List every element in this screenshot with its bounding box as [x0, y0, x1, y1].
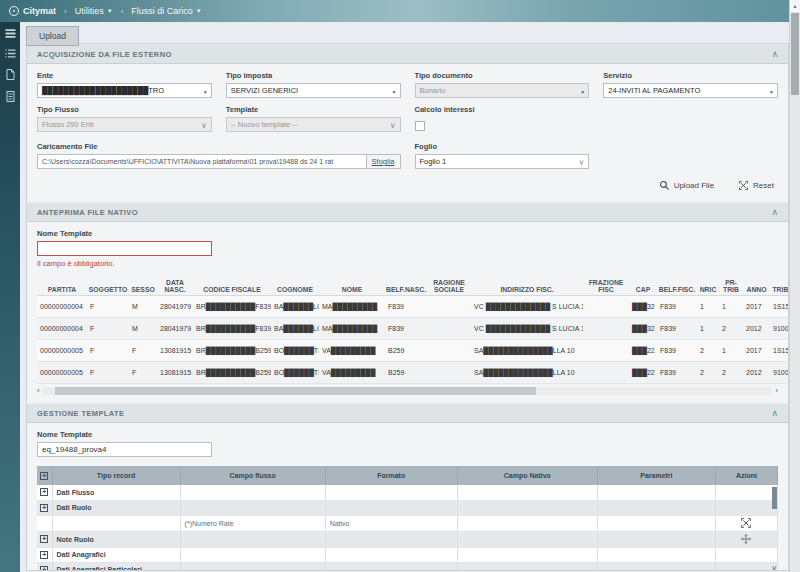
gestione-vscroll-thumb[interactable]	[772, 487, 777, 509]
scroll-down-icon[interactable]: ∨	[771, 564, 777, 572]
tab-bar: Upload	[20, 22, 789, 43]
scroll-left-icon[interactable]: ‹	[37, 387, 40, 395]
table-cell	[427, 340, 471, 362]
table-row[interactable]: 00000000004FM28041979BR██████████F839WBA…	[37, 296, 789, 318]
collapse-chevron-icon[interactable]: ∧	[771, 409, 778, 418]
tipo-imposta-label: Tipo imposta	[226, 71, 401, 80]
tipo-flusso-select[interactable]: Flusso 290 Enti	[37, 117, 212, 132]
empty-cell	[180, 485, 325, 500]
section-header-acquisizione[interactable]: ACQUISIZIONE DA FILE ESTERNO ∧	[27, 44, 788, 64]
empty-cell	[457, 547, 597, 562]
servizio-select[interactable]: 24-INVITI AL PAGAMENTO	[603, 83, 778, 98]
tipo-flusso-value: Flusso 290 Enti	[42, 120, 94, 129]
empty-cell	[715, 500, 777, 515]
caricamento-file-label: Caricamento File	[37, 142, 401, 151]
table-cell: 1	[697, 318, 719, 340]
hscroll-thumb[interactable]	[55, 387, 537, 395]
table-cell: 2	[697, 340, 719, 362]
table-cell: 1S15	[770, 340, 789, 362]
section-title: GESTIONE TEMPLATE	[37, 409, 125, 418]
table-cell: 1S15	[770, 296, 789, 318]
table-cell: SA██████████████LLA 10	[471, 340, 583, 362]
scroll-up-icon[interactable]: ▲	[790, 0, 800, 12]
table-cell: B259	[385, 362, 427, 384]
table-cell	[427, 296, 471, 318]
window-scrollbar-thumb[interactable]	[791, 13, 799, 95]
caricamento-file-input[interactable]: C:\Users\cozza\Documents\UFFICIO\ATTIVIT…	[37, 154, 401, 169]
page-icon[interactable]	[6, 69, 15, 80]
table-cell: VC █████████████ S LUCIA 16	[471, 296, 583, 318]
empty-cell	[325, 531, 457, 547]
expand-all-plus-icon[interactable]	[40, 472, 48, 480]
gestione-table: Tipo record Campo flusso Formato Campo N…	[37, 466, 778, 571]
table-cell: BR██████████B259C	[193, 362, 271, 384]
nome-template-input[interactable]	[37, 241, 212, 256]
table-cell: F	[129, 340, 157, 362]
table-cell: 00000000005	[37, 362, 87, 384]
calcolo-interessi-checkbox[interactable]	[415, 121, 425, 131]
table-cell: BR██████████B259C	[193, 340, 271, 362]
tab-upload[interactable]: Upload	[26, 26, 79, 46]
group-label: Note Ruolo	[52, 531, 180, 547]
empty-cell	[715, 485, 777, 500]
ente-select[interactable]: ████████████████████TRO	[37, 83, 212, 98]
empty-cell	[325, 500, 457, 515]
foglio-select[interactable]: Foglio 1	[415, 154, 590, 169]
collapse-chevron-icon[interactable]: ∧	[771, 50, 778, 59]
menu-icon[interactable]	[5, 29, 16, 38]
empty-cell	[597, 531, 715, 547]
table-row[interactable]: 00000000005FF13081915BR██████████B259CBO…	[37, 362, 789, 384]
tipo-flusso-label: Tipo Flusso	[37, 105, 212, 114]
sfoglia-button[interactable]: Sfoglia	[366, 155, 400, 168]
empty-cell	[597, 515, 715, 531]
table-cell: F839	[657, 318, 697, 340]
horizontal-scrollbar[interactable]: ‹ ›	[37, 387, 778, 395]
collapse-chevron-icon[interactable]: ∧	[771, 208, 778, 217]
col-azioni: Azioni	[715, 466, 777, 485]
document-icon[interactable]	[6, 91, 15, 102]
group-row-dati-anagrafici[interactable]: Dati Anagrafici	[37, 547, 778, 562]
expand-plus-icon[interactable]	[40, 488, 48, 496]
group-row-dati-flusso[interactable]: Dati Flusso	[37, 485, 778, 500]
col-tipo-record: Tipo record	[52, 466, 180, 485]
group-row-dati-ruolo[interactable]: Dati Ruolo	[37, 500, 778, 515]
expand-plus-icon[interactable]	[40, 566, 48, 572]
column-header: NOME	[319, 277, 385, 296]
reset-x-icon	[738, 180, 749, 191]
tipo-documento-select[interactable]: Bonario	[415, 83, 590, 98]
table-cell: F	[87, 362, 129, 384]
field-tipo-documento: Tipo documento Bonario	[415, 71, 590, 98]
table-row[interactable]: 00000000005FF13081915BR██████████B259CBO…	[37, 340, 789, 362]
section-header-anteprima[interactable]: ANTEPRIMA FILE NATIVO ∧	[27, 202, 788, 222]
tipo-imposta-select[interactable]: SERVIZI GENERICI	[226, 83, 401, 98]
scroll-right-icon[interactable]: ›	[775, 387, 778, 395]
table-cell: 28041979	[157, 296, 193, 318]
group-row-note-ruolo[interactable]: Note Ruolo	[37, 531, 778, 547]
ente-label: Ente	[37, 71, 212, 80]
brand[interactable]: Citymat	[9, 6, 56, 16]
expand-plus-icon[interactable]	[40, 551, 48, 559]
reset-label: Reset	[753, 181, 774, 190]
template-select[interactable]: -- Nuovo template --	[226, 117, 401, 132]
list-icon[interactable]	[5, 49, 16, 58]
group-label: Dati Anagrafici	[52, 547, 180, 562]
field-row-numero-rate[interactable]: (*)Numero Rate Nativo	[37, 515, 778, 531]
hscroll-track[interactable]	[43, 387, 773, 395]
campo-flusso-value: (*)Numero Rate	[180, 515, 325, 531]
section-title: ANTEPRIMA FILE NATIVO	[37, 208, 138, 217]
table-row[interactable]: 00000000004FM28041979BR██████████F839WBA…	[37, 318, 789, 340]
menu-utilities[interactable]: Utilities ▼	[75, 6, 113, 16]
gestione-nome-template-input[interactable]	[37, 442, 212, 457]
expand-plus-icon[interactable]	[40, 504, 48, 512]
column-header: CAP	[629, 277, 657, 296]
group-label: Dati Ruolo	[52, 500, 180, 515]
group-row-dati-anagrafici-particolari[interactable]: Dati Anagrafici Particolari	[37, 562, 778, 571]
menu-flussi-di-carico[interactable]: Flussi di Carico ▼	[131, 6, 201, 16]
window-scrollbar[interactable]: ▲	[789, 0, 800, 572]
upload-file-button[interactable]: Upload File	[659, 180, 714, 191]
section-header-gestione[interactable]: GESTIONE TEMPLATE ∧	[27, 403, 788, 423]
brand-label: Citymat	[23, 6, 56, 16]
reset-button[interactable]: Reset	[738, 180, 774, 191]
expand-plus-icon[interactable]	[40, 535, 48, 543]
remove-field-icon[interactable]	[740, 517, 752, 529]
